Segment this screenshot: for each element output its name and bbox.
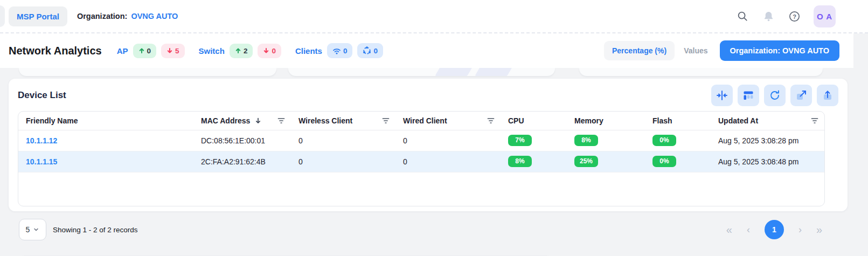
refresh-button[interactable]	[764, 85, 786, 106]
topbar-actions: ? O A	[736, 5, 868, 27]
wired-client-cell: 0	[395, 130, 501, 151]
sidebar-edge-sliver	[0, 5, 5, 27]
ap-up-badge[interactable]: 0	[133, 44, 157, 58]
wired-client-cell: 0	[395, 151, 501, 172]
flash-usage-badge: 0%	[652, 135, 676, 147]
msp-portal-button[interactable]: MSP Portal	[9, 6, 67, 26]
table-actions	[711, 85, 838, 106]
clients-mesh-badge[interactable]: 0	[357, 43, 383, 58]
next-page-icon[interactable]: ›	[798, 225, 802, 234]
clients-wireless-count: 0	[343, 47, 348, 55]
toggle-percentage[interactable]: Percentage (%)	[604, 41, 675, 60]
wireless-client-cell: 0	[291, 151, 395, 172]
open-external-button[interactable]	[790, 85, 812, 106]
clients-mesh-count: 0	[373, 47, 378, 55]
screen: MSP Portal Organization: OVNG AUTO ? O A…	[0, 0, 868, 256]
switch-stats: Switch 2 0	[199, 44, 281, 58]
column-flash[interactable]: Flash	[652, 116, 672, 125]
mesh-cluster-icon	[363, 46, 371, 55]
collapse-horizontal-icon	[716, 89, 728, 102]
partial-card	[288, 68, 555, 76]
filter-icon[interactable]	[487, 116, 495, 125]
upload-icon	[821, 89, 834, 102]
device-list-title: Device List	[18, 90, 66, 101]
device-name-link[interactable]: 10.1.1.12	[26, 136, 57, 145]
flash-usage-badge: 0%	[652, 156, 676, 168]
switch-down-badge[interactable]: 0	[258, 44, 281, 58]
records-summary: Showing 1 - 2 of 2 records	[53, 226, 138, 234]
device-list-panel: Device List	[9, 79, 848, 211]
wifi-icon	[332, 46, 341, 55]
table-footer: 5 Showing 1 - 2 of 2 records « ‹ 1 › »	[9, 219, 848, 240]
memory-usage-badge: 25%	[574, 156, 598, 168]
device-table: Friendly Name MAC Address Wireless Clien…	[18, 111, 825, 206]
switch-up-badge[interactable]: 2	[230, 44, 253, 58]
arrow-up-icon	[235, 47, 241, 54]
collapse-columns-button[interactable]	[711, 85, 733, 106]
device-name-link[interactable]: 10.1.1.15	[26, 157, 57, 166]
column-wired-client[interactable]: Wired Client	[403, 116, 447, 125]
table-row[interactable]: 10.1.1.12 DC:08:56:1E:00:01 0 0 7% 8% 0%…	[18, 130, 824, 151]
ap-down-badge[interactable]: 5	[161, 44, 185, 58]
column-updated-at[interactable]: Updated At	[718, 116, 758, 125]
arrow-down-icon	[263, 47, 269, 54]
toggle-values[interactable]: Values	[684, 46, 707, 55]
filter-icon[interactable]	[810, 116, 819, 125]
filter-icon[interactable]	[381, 116, 390, 125]
external-link-icon	[795, 89, 808, 102]
scrolled-cards-strip	[0, 68, 868, 79]
filter-icon[interactable]	[277, 116, 286, 125]
notifications-bell-icon[interactable]	[762, 10, 775, 23]
clients-stats: Clients 0 0	[295, 43, 383, 58]
mac-address-cell: DC:08:56:1E:00:01	[193, 130, 291, 151]
ap-down-count: 5	[175, 47, 179, 55]
clients-wireless-badge[interactable]: 0	[327, 43, 353, 58]
column-cpu[interactable]: CPU	[508, 116, 524, 125]
page-size-select[interactable]: 5	[19, 219, 46, 240]
ap-label[interactable]: AP	[117, 46, 128, 56]
organization-link[interactable]: OVNG AUTO	[131, 12, 178, 20]
chevron-down-icon	[33, 226, 39, 233]
updated-at-cell: Aug 5, 2025 3:08:48 pm	[711, 151, 824, 172]
current-page-button[interactable]: 1	[765, 220, 784, 239]
help-icon[interactable]: ?	[788, 10, 801, 23]
search-icon[interactable]	[736, 10, 749, 23]
export-upload-button[interactable]	[817, 85, 838, 106]
column-mac-address[interactable]: MAC Address	[201, 116, 250, 125]
cpu-usage-badge: 8%	[508, 156, 532, 168]
cpu-usage-badge: 7%	[508, 135, 532, 147]
card-chart-fragment	[435, 68, 474, 76]
page-title: Network Analytics	[9, 45, 102, 57]
user-avatar[interactable]: O A	[814, 5, 836, 27]
switch-down-count: 0	[272, 47, 276, 55]
ap-stats: AP 0 5	[117, 44, 185, 58]
column-friendly-name[interactable]: Friendly Name	[26, 116, 78, 125]
organization-label: Organization:	[77, 12, 127, 20]
table-row[interactable]: 10.1.1.15 2C:FA:A2:91:62:4B 0 0 8% 25% 0…	[18, 151, 824, 172]
wireless-client-cell: 0	[291, 130, 395, 151]
partial-card	[19, 68, 276, 76]
memory-usage-badge: 8%	[574, 135, 598, 147]
arrow-down-icon	[166, 47, 173, 54]
organization-selector-button[interactable]: Organization: OVNG AUTO	[720, 40, 839, 61]
column-wireless-client[interactable]: Wireless Client	[298, 116, 352, 125]
sort-descending-icon[interactable]	[254, 117, 262, 124]
switch-label[interactable]: Switch	[199, 46, 225, 56]
svg-text:?: ?	[793, 13, 796, 19]
previous-page-icon[interactable]: ‹	[747, 225, 750, 234]
table-columns-icon	[742, 89, 755, 102]
column-memory[interactable]: Memory	[574, 116, 603, 125]
mac-address-cell: 2C:FA:A2:91:62:4B	[193, 151, 291, 172]
first-page-icon[interactable]: «	[726, 224, 732, 235]
manage-columns-button[interactable]	[738, 85, 759, 106]
toolbar-right: Percentage (%) Values Organization: OVNG…	[604, 40, 853, 61]
card-chart-fragment	[475, 68, 514, 76]
updated-at-cell: Aug 5, 2025 3:08:28 pm	[711, 130, 824, 151]
ap-up-count: 0	[147, 47, 151, 55]
pagination: « ‹ 1 › »	[726, 220, 848, 239]
last-page-icon[interactable]: »	[816, 224, 822, 235]
partial-card	[579, 68, 823, 76]
clients-label[interactable]: Clients	[295, 46, 322, 56]
network-analytics-toolbar: Network Analytics AP 0 5 Switch 2 0	[0, 33, 853, 68]
top-navigation-bar: MSP Portal Organization: OVNG AUTO ? O A	[0, 0, 868, 33]
